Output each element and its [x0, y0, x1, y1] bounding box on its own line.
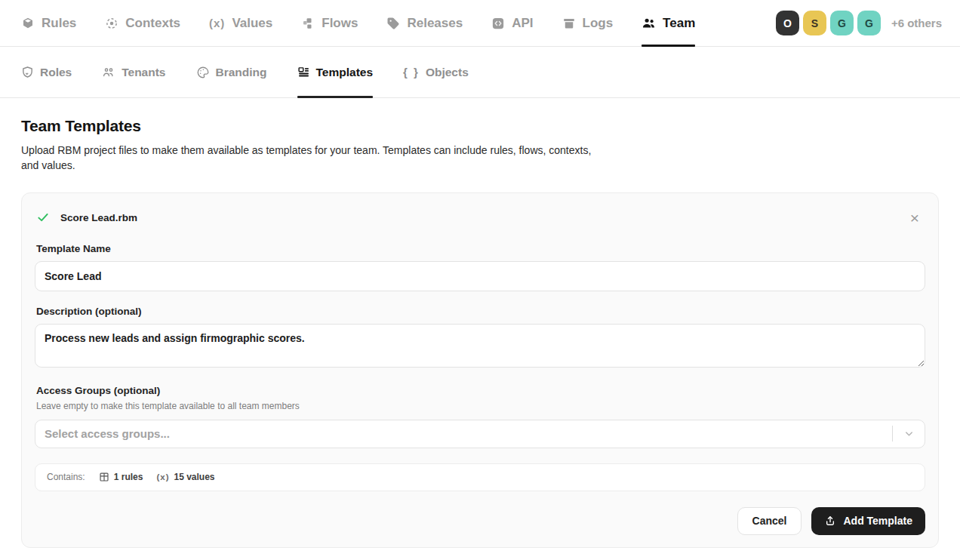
people-icon	[102, 66, 115, 79]
nav-label: Flows	[322, 16, 358, 31]
flow-icon	[301, 17, 315, 30]
description-textarea[interactable]: Process new leads and assign firmographi…	[35, 324, 925, 368]
more-members-label[interactable]: +6 others	[891, 17, 942, 29]
shield-icon	[21, 66, 34, 78]
tab-label: Tenants	[122, 66, 165, 79]
active-tab-underline	[297, 96, 374, 98]
nav-label: Contexts	[125, 16, 180, 31]
nav-label: API	[512, 16, 533, 31]
nav-item-values[interactable]: (x) Values	[209, 0, 272, 46]
tab-roles[interactable]: Roles	[21, 47, 72, 97]
contains-label: Contains:	[47, 472, 85, 482]
avatar[interactable]: S	[803, 11, 826, 35]
nav-item-releases[interactable]: Releases	[386, 0, 463, 46]
tab-label: Branding	[216, 66, 267, 79]
tab-templates[interactable]: Templates	[297, 47, 374, 97]
form-actions: Cancel Add Template	[35, 507, 925, 535]
nav-item-api[interactable]: API	[491, 0, 533, 46]
nav-label: Rules	[42, 16, 76, 31]
team-icon	[642, 16, 656, 30]
access-groups-select[interactable]: Select access groups...	[35, 420, 925, 448]
contains-rules-count: 1 rules	[99, 472, 143, 482]
avatar-group: O S G G +6 others	[776, 11, 942, 35]
nav-label: Team	[663, 16, 695, 31]
layout-icon	[297, 66, 310, 78]
tab-label: Roles	[40, 66, 72, 79]
active-tab-underline	[642, 45, 695, 47]
top-navigation: Rules Contexts (x) Values Flows Releases…	[0, 0, 960, 47]
uploaded-file-name: Score Lead.rbm	[60, 212, 137, 223]
check-icon	[36, 211, 50, 224]
page-title: Team Templates	[21, 117, 939, 135]
x-parens-icon: (x)	[209, 17, 225, 29]
cancel-button[interactable]: Cancel	[737, 507, 802, 535]
template-name-input[interactable]	[35, 261, 925, 291]
nav-label: Releases	[407, 16, 463, 31]
contains-summary-bar: Contains: 1 rules (x) 15 values	[35, 463, 925, 491]
x-parens-icon: (x)	[156, 472, 169, 482]
tab-tenants[interactable]: Tenants	[102, 47, 165, 97]
nav-item-rules[interactable]: Rules	[21, 0, 76, 46]
tab-label: Objects	[426, 66, 469, 79]
description-label: Description (optional)	[36, 306, 924, 317]
cube-icon	[21, 17, 35, 30]
contains-values-label: 15 values	[174, 472, 214, 482]
main-content: Team Templates Upload RBM project files …	[0, 117, 960, 548]
tab-objects[interactable]: { } Objects	[403, 47, 469, 97]
avatar[interactable]: G	[830, 11, 854, 35]
tab-label: Templates	[316, 66, 374, 79]
avatar[interactable]: O	[776, 11, 799, 35]
add-template-label: Add Template	[843, 515, 912, 527]
contains-rules-label: 1 rules	[114, 472, 143, 482]
table-icon	[99, 472, 109, 482]
select-placeholder: Select access groups...	[45, 427, 892, 440]
nav-item-logs[interactable]: Logs	[562, 0, 614, 46]
upload-icon	[824, 515, 836, 527]
avatar-initial: O	[783, 17, 792, 29]
target-icon	[105, 17, 118, 30]
template-name-label: Template Name	[36, 243, 924, 254]
access-groups-hint: Leave empty to make this template availa…	[36, 401, 924, 411]
avatar-initial: S	[811, 17, 818, 29]
nav-item-team[interactable]: Team	[642, 0, 695, 46]
add-template-card: Score Lead.rbm × Template Name Descripti…	[21, 192, 939, 548]
nav-item-flows[interactable]: Flows	[301, 0, 358, 46]
palette-icon	[196, 66, 210, 79]
team-tab-bar: Roles Tenants Branding Templates { } Obj…	[0, 47, 960, 98]
nav-label: Logs	[583, 16, 614, 31]
add-template-button[interactable]: Add Template	[811, 507, 925, 535]
avatar-initial: G	[865, 17, 873, 29]
tag-icon	[386, 17, 400, 30]
braces-icon: { }	[403, 66, 420, 78]
chevron-down-icon[interactable]	[893, 428, 925, 439]
contains-values-count: (x) 15 values	[156, 472, 214, 482]
close-icon[interactable]: ×	[906, 208, 924, 227]
api-icon	[491, 17, 505, 30]
nav-label: Values	[232, 16, 272, 31]
avatar-initial: G	[838, 17, 846, 29]
access-groups-label: Access Groups (optional)	[36, 385, 924, 396]
tab-branding[interactable]: Branding	[196, 47, 267, 97]
nav-item-contexts[interactable]: Contexts	[105, 0, 180, 46]
uploaded-file-row: Score Lead.rbm ×	[35, 205, 925, 229]
page-description: Upload RBM project files to make them av…	[21, 143, 593, 174]
avatar[interactable]: G	[857, 11, 881, 35]
logs-icon	[562, 17, 576, 30]
